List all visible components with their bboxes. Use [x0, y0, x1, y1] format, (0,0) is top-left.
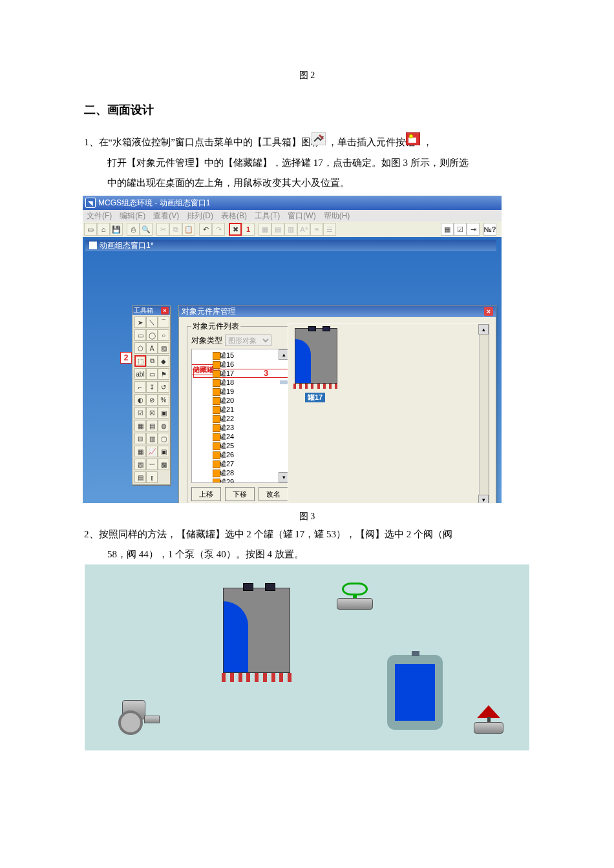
- move-down-button[interactable]: 下移: [225, 487, 255, 501]
- tree-item-selected[interactable]: 罐17: [193, 369, 289, 378]
- pal-b8[interactable]: ↧: [146, 381, 158, 393]
- tree-item[interactable]: 罐20: [193, 396, 289, 405]
- tree-item[interactable]: 罐19: [193, 387, 289, 396]
- pal-e2[interactable]: ▤: [146, 420, 158, 431]
- tree-item[interactable]: 罐15: [193, 351, 289, 360]
- tree-item[interactable]: 罐22: [193, 414, 289, 423]
- para1-tail: ，: [423, 137, 432, 147]
- tree-item[interactable]: 罐18: [193, 378, 289, 387]
- tb-list2[interactable]: ☰: [323, 223, 336, 236]
- tb-undo[interactable]: ↶: [199, 223, 212, 236]
- pal-b2[interactable]: ⧉: [146, 355, 158, 367]
- menu-arrange[interactable]: 排列(D): [187, 211, 213, 222]
- rename-button[interactable]: 改名: [259, 487, 288, 501]
- pal-h3[interactable]: ▩: [158, 459, 169, 470]
- valve44-icon: [474, 705, 503, 734]
- pal-pointer[interactable]: ➤: [134, 316, 146, 328]
- tree-item[interactable]: 罐28: [193, 468, 289, 477]
- tb-r2[interactable]: ☑: [454, 223, 467, 236]
- tb-copy[interactable]: ⧉: [169, 223, 182, 236]
- pal-d2[interactable]: ☒: [146, 407, 158, 418]
- tb-g1[interactable]: ▦: [259, 223, 271, 236]
- preview-scrollbar[interactable]: [479, 324, 489, 503]
- tb-toolbox[interactable]: ✖: [229, 223, 242, 236]
- pal-b6[interactable]: ⚑: [158, 368, 169, 380]
- menu-file[interactable]: 文件(F): [87, 211, 112, 222]
- caption-fig2: 图 2: [84, 70, 530, 81]
- pal-c2[interactable]: ⊘: [146, 394, 158, 406]
- tree-item[interactable]: 罐29: [193, 477, 289, 483]
- pal-c3[interactable]: %: [158, 394, 169, 406]
- pal-f2[interactable]: ▥: [146, 433, 158, 444]
- pal-line[interactable]: ＼: [146, 316, 158, 328]
- pal-d3[interactable]: ▣: [158, 407, 169, 418]
- tb-font[interactable]: Aᵃ: [297, 223, 310, 236]
- palette-close-icon[interactable]: ×: [161, 307, 169, 315]
- pal-d1[interactable]: ☑: [134, 407, 146, 418]
- type-select[interactable]: 图形对象: [225, 335, 271, 346]
- pal-i2[interactable]: ⫿: [146, 471, 158, 483]
- menu-view[interactable]: 查看(V): [153, 211, 179, 222]
- pal-g1[interactable]: ▦: [134, 446, 146, 457]
- tb-cut[interactable]: ✂: [156, 223, 169, 236]
- tb-open[interactable]: ⌂: [97, 223, 110, 236]
- tree-item[interactable]: 罐26: [193, 450, 289, 459]
- tb-new[interactable]: ▭: [84, 223, 97, 236]
- tb-preview[interactable]: 🔍: [140, 223, 153, 236]
- tb-g2[interactable]: ▤: [271, 223, 284, 236]
- tb-list[interactable]: ≡: [310, 223, 323, 236]
- pal-e3[interactable]: ◍: [158, 420, 169, 431]
- tb-r3[interactable]: ⇥: [467, 223, 480, 236]
- tb-save[interactable]: 💾: [110, 223, 123, 236]
- pal-g3[interactable]: ▣: [158, 446, 169, 457]
- pal-f1[interactable]: ⊟: [134, 433, 146, 444]
- pal-round[interactable]: ◯: [146, 329, 158, 341]
- pal-abl[interactable]: abl: [134, 368, 146, 380]
- element-tree[interactable]: 储藏罐 3 罐15 罐16 罐17 罐18 罐19 罐20 罐21 罐22 罐2: [191, 349, 290, 483]
- menu-table[interactable]: 表格(B): [221, 211, 247, 222]
- preview-scroll-down[interactable]: ▾: [478, 495, 489, 503]
- tb-help[interactable]: №?: [483, 223, 496, 236]
- move-up-button[interactable]: 上移: [191, 487, 221, 501]
- tree-item[interactable]: 罐21: [193, 405, 289, 414]
- tb-paste[interactable]: 📋: [182, 223, 195, 236]
- pal-f3[interactable]: ▢: [158, 433, 169, 444]
- mcgs-toolbar: ▭ ⌂ 💾 ⎙ 🔍 ✂ ⧉ 📋 ↶ ↷ ✖ 1 ▦ ▤ ▥ Aᵃ ≡ ☰ ▦: [83, 222, 502, 237]
- pal-e1[interactable]: ▦: [134, 420, 146, 431]
- pal-b9[interactable]: ↺: [158, 381, 169, 393]
- pal-insert-element[interactable]: ⬚: [134, 355, 146, 367]
- preview-scroll-up[interactable]: ▴: [478, 324, 489, 335]
- menu-tools[interactable]: 工具(T): [255, 211, 280, 222]
- menu-edit[interactable]: 编辑(E): [120, 211, 145, 222]
- pal-b5[interactable]: ▭: [146, 368, 158, 380]
- tb-r1[interactable]: ▦: [441, 223, 454, 236]
- dialog-close-icon[interactable]: ×: [484, 307, 493, 316]
- tree-item[interactable]: 罐27: [193, 459, 289, 468]
- toolbox-palette[interactable]: 工具箱 × ➤ ＼ ⌒ ▭ ◯ ○ ⬠ A ▨ ⬚ ⧉ ◆ abl: [132, 305, 171, 485]
- pal-rect[interactable]: ▭: [134, 329, 146, 341]
- pal-img[interactable]: ▨: [158, 342, 169, 354]
- pal-ellipse[interactable]: ○: [158, 329, 169, 341]
- pump40-icon: [122, 700, 145, 719]
- mcgs-logo-icon: ◥: [85, 198, 96, 208]
- menu-help[interactable]: 帮助(H): [324, 211, 350, 222]
- pal-poly[interactable]: ⬠: [134, 342, 146, 354]
- pal-arc[interactable]: ⌒: [158, 316, 169, 328]
- tb-g3[interactable]: ▥: [284, 223, 297, 236]
- tree-item[interactable]: 罐23: [193, 423, 289, 432]
- pal-g2[interactable]: 📈: [146, 446, 158, 457]
- tb-print[interactable]: ⎙: [127, 223, 140, 236]
- pal-c1[interactable]: ◐: [134, 394, 146, 406]
- pal-b3[interactable]: ◆: [158, 355, 169, 367]
- pal-h1[interactable]: ▧: [134, 459, 146, 470]
- pal-i1[interactable]: ▤: [134, 471, 146, 483]
- pal-b7[interactable]: ⌐: [134, 381, 146, 393]
- tree-item[interactable]: 罐16: [193, 360, 289, 369]
- tree-item[interactable]: 罐24: [193, 432, 289, 441]
- tb-redo[interactable]: ↷: [212, 223, 225, 236]
- menu-window[interactable]: 窗口(W): [288, 211, 315, 222]
- pal-text[interactable]: A: [146, 342, 158, 354]
- tree-item[interactable]: 罐25: [193, 441, 289, 450]
- mcgs-menubar[interactable]: 文件(F) 编辑(E) 查看(V) 排列(D) 表格(B) 工具(T) 窗口(W…: [83, 210, 502, 222]
- pal-h2[interactable]: 〰: [146, 459, 158, 470]
